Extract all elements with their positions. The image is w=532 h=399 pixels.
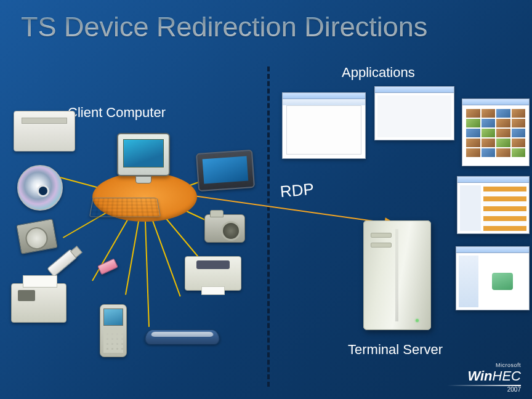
photo-gallery-window-icon: [462, 99, 530, 166]
digital-camera-icon: [204, 214, 245, 243]
device-spoke: [144, 204, 150, 327]
tablet-pda-icon: [196, 150, 255, 191]
usb-flash-drive-icon: [47, 249, 78, 277]
optical-disc-icon: [17, 165, 63, 211]
hard-disk-drive-icon: [16, 219, 57, 254]
client-computer-label: Client Computer: [68, 105, 166, 121]
media-player-window-icon: [457, 176, 530, 234]
fax-machine-icon: [11, 283, 66, 323]
keyboard-icon: [89, 198, 161, 217]
terminal-server-label: Terminal Server: [348, 342, 443, 358]
system-properties-window-icon: [456, 246, 530, 310]
slide-title: TS Device Redirection Directions: [21, 12, 427, 41]
vertical-divider: [267, 66, 270, 387]
year-label: 2007: [447, 386, 521, 393]
flatbed-scanner-icon: [143, 329, 220, 344]
applications-label: Applications: [342, 65, 415, 81]
word-processor-window-icon: [282, 92, 366, 159]
smartphone-icon: [100, 304, 127, 357]
monitor-stand-icon: [135, 176, 151, 183]
desktop-monitor-icon: [117, 133, 170, 176]
terminal-server-icon: [363, 220, 431, 330]
inkjet-printer-icon: [185, 256, 241, 291]
laser-printer-icon: [14, 111, 75, 151]
file-explorer-window-icon: [374, 86, 454, 140]
usb-dongle-icon: [97, 258, 118, 275]
brand-suffix: HEC: [493, 368, 521, 384]
brand-prefix: Win: [467, 368, 492, 384]
winhec-logo: Microsoft WinHEC 2007: [447, 362, 521, 393]
brand-label: WinHEC: [447, 368, 521, 384]
company-label: Microsoft: [447, 362, 521, 368]
rdp-protocol-label: RDP: [280, 180, 315, 202]
